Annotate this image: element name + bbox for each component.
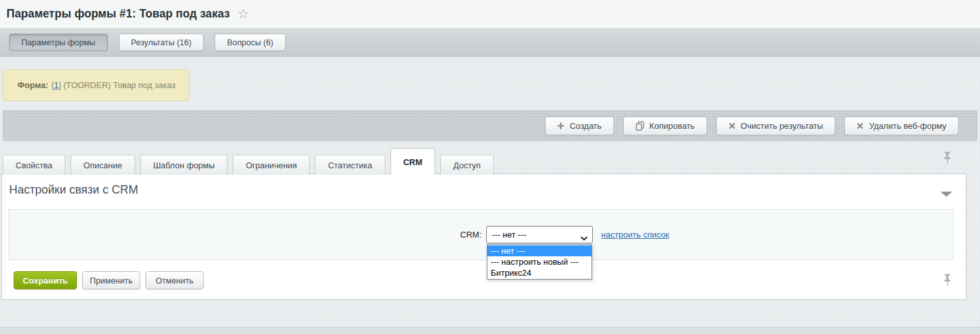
clear-results-button-label: Очистить результаты xyxy=(741,121,824,131)
copy-button[interactable]: Копировать xyxy=(623,117,707,135)
page: Параметры формы #1: Товар под заказ ☆ Па… xyxy=(0,0,980,334)
favorite-star-icon[interactable]: ☆ xyxy=(238,7,250,20)
create-button-label: Создать xyxy=(570,121,601,131)
configure-list-link[interactable]: настроить список xyxy=(601,226,669,243)
toolbar: Создать Копировать Очистить результаты У… xyxy=(3,110,977,141)
x-icon xyxy=(729,122,736,129)
create-button[interactable]: Создать xyxy=(545,117,613,135)
form-info-text: (TOORDER) Товар под заказ xyxy=(63,80,175,90)
crm-field-label: CRM: xyxy=(385,226,482,243)
delete-webform-button-label: Удалить веб-форму xyxy=(869,121,946,131)
crm-select[interactable]: --- нет --- xyxy=(486,226,593,243)
collapse-section-icon[interactable] xyxy=(941,192,952,197)
cancel-button[interactable]: Отменить xyxy=(145,271,204,289)
x-icon xyxy=(857,122,864,129)
top-tab-results[interactable]: Результаты (16) xyxy=(119,34,204,51)
delete-webform-button[interactable]: Удалить веб-форму xyxy=(844,117,959,135)
plus-icon xyxy=(557,122,564,129)
dropdown-option-bitrix24[interactable]: Битрикс24 xyxy=(487,267,591,278)
bottom-strip xyxy=(0,327,980,334)
tab-access[interactable]: Доступ xyxy=(440,155,493,175)
page-title: Параметры формы #1: Товар под заказ xyxy=(6,7,230,21)
tab-description[interactable]: Описание xyxy=(70,155,135,175)
form-info-bracket-close: ] xyxy=(59,80,61,90)
copy-button-label: Копировать xyxy=(650,121,695,131)
dropdown-option-configure-new[interactable]: --- настроить новый --- xyxy=(487,256,591,267)
apply-button[interactable]: Применить xyxy=(82,271,140,289)
tab-properties[interactable]: Свойства xyxy=(3,155,65,175)
tab-statistics[interactable]: Статистика xyxy=(315,155,385,175)
content-tab-row: Свойства Описание Шаблон формы Ограничен… xyxy=(0,148,937,174)
dropdown-option-none[interactable]: --- нет --- xyxy=(487,245,591,256)
top-tab-band: Параметры формы Результаты (16) Вопросы … xyxy=(0,28,980,57)
form-id-link[interactable]: 1 xyxy=(54,80,58,90)
tab-restrictions[interactable]: Ограничения xyxy=(233,155,310,175)
pin-icon[interactable] xyxy=(943,151,952,164)
pin-icon[interactable] xyxy=(943,274,952,287)
copy-icon xyxy=(635,121,644,131)
crm-select-value: --- нет --- xyxy=(492,230,526,239)
top-tab-questions[interactable]: Вопросы (6) xyxy=(215,34,286,51)
page-header: Параметры формы #1: Товар под заказ ☆ xyxy=(0,0,980,28)
chevron-down-icon xyxy=(581,233,588,243)
top-tab-form-params[interactable]: Параметры формы xyxy=(9,34,108,51)
save-button[interactable]: Сохранить xyxy=(14,271,77,289)
tab-form-template[interactable]: Шаблон формы xyxy=(140,155,228,175)
tab-crm[interactable]: CRM xyxy=(390,148,436,175)
form-info-box: Форма: [1] (TOORDER) Товар под заказ xyxy=(3,69,189,101)
clear-results-button[interactable]: Очистить результаты xyxy=(716,117,836,135)
crm-dropdown-list: --- нет --- --- настроить новый --- Битр… xyxy=(487,244,592,280)
section-title: Настройки связи с CRM xyxy=(9,183,138,197)
form-info-label: Форма: xyxy=(17,80,48,90)
